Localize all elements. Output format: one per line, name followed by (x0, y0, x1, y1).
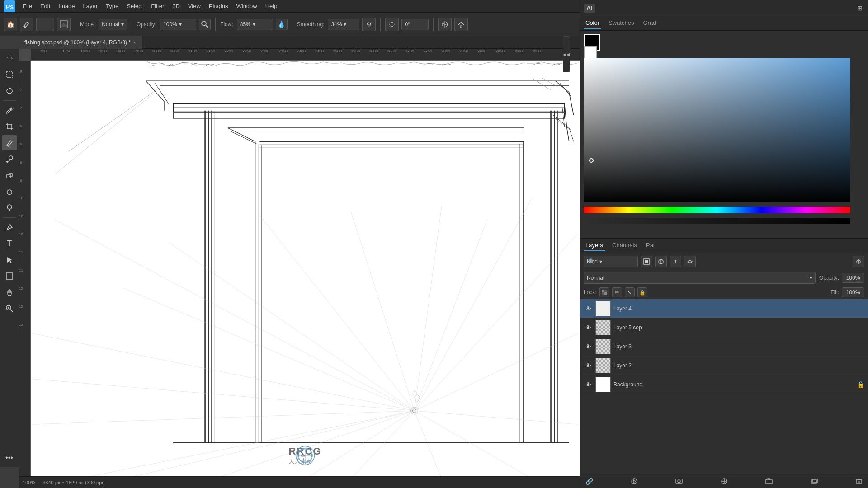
alpha-slider[interactable] (584, 218, 850, 224)
link-layers-btn[interactable]: 🔗 (584, 476, 594, 487)
menu-layer[interactable]: Layer (80, 2, 102, 10)
layer-item-background[interactable]: 👁 Background 🔒 (580, 375, 868, 394)
layer-item-2[interactable]: 👁 Layer 2 (580, 356, 868, 375)
panel-expand-btn[interactable]: ⊞ (855, 4, 864, 13)
new-group-btn[interactable] (764, 476, 774, 487)
stamp-tool[interactable] (2, 151, 17, 167)
filter-toggle[interactable] (853, 256, 864, 267)
document-tab[interactable]: fishing spot.psd @ 100% (Layer 4, RGB/8)… (19, 36, 142, 49)
menu-3d[interactable]: 3D (169, 2, 184, 10)
filter-type-btn[interactable]: T (670, 256, 681, 267)
smoothing-label: Smoothing: (297, 21, 325, 28)
svg-line-56 (415, 206, 442, 411)
layer-item-5-copy[interactable]: 👁 Layer 5 cop (580, 318, 868, 337)
layer-2-visibility[interactable]: 👁 (584, 361, 593, 370)
hue-slider[interactable] (584, 207, 850, 213)
smoothing-settings-btn[interactable]: ⚙ (362, 18, 376, 31)
svg-line-63 (415, 411, 442, 479)
panel-collapse-handle[interactable]: ◀◀ (563, 36, 570, 72)
layer-2-thumbnail (595, 358, 611, 373)
brush-size-input[interactable] (36, 18, 54, 31)
more-settings-btn[interactable] (454, 18, 468, 31)
flow-dropdown[interactable]: 85% ▾ (237, 19, 273, 30)
filter-pixel-btn[interactable] (641, 256, 652, 267)
svg-line-62 (415, 411, 533, 479)
svg-text:RR: RR (301, 454, 306, 458)
tab-layers[interactable]: Layers (584, 240, 605, 251)
fill-input[interactable] (842, 287, 864, 297)
menu-window[interactable]: Window (232, 2, 260, 10)
lock-paint-btn[interactable]: ✏ (612, 287, 622, 297)
layer-3-visibility[interactable]: 👁 (584, 342, 593, 351)
mode-dropdown[interactable]: Normal ▾ (99, 19, 127, 30)
add-mask-btn[interactable] (674, 476, 684, 487)
tab-gradient[interactable]: Grad (641, 18, 658, 29)
eraser-tool[interactable] (2, 168, 17, 183)
pen-tool[interactable] (2, 220, 17, 235)
opacity-dropdown[interactable]: 100% ▾ (160, 19, 196, 30)
menu-help[interactable]: Help (262, 2, 281, 10)
select-tool[interactable] (2, 252, 17, 267)
tab-close-btn[interactable]: × (133, 40, 136, 45)
blur-tool[interactable] (2, 184, 17, 199)
canvas-area: 700 1750 1800 1850 1900 1950 2000 2050 2… (19, 49, 580, 479)
layer-4-visibility[interactable]: 👁 (584, 304, 593, 313)
smoothing-dropdown[interactable]: 34% ▾ (328, 19, 359, 30)
zoom-tool[interactable] (2, 301, 17, 316)
lock-artboard-btn[interactable]: ⤡ (625, 287, 635, 297)
lasso-tool[interactable] (2, 83, 17, 99)
tab-color[interactable]: Color (584, 18, 601, 29)
menu-edit[interactable]: Edit (37, 2, 54, 10)
tab-paths[interactable]: Pat (644, 240, 657, 251)
background-visibility[interactable]: 👁 (584, 380, 593, 389)
canvas-drawing-area[interactable]: RR RRCG 人人素材 (31, 61, 580, 479)
tab-channels[interactable]: Channels (610, 240, 639, 251)
flow-icon[interactable]: 💧 (276, 19, 288, 30)
rectangle-tool[interactable] (2, 268, 17, 284)
divider-1 (75, 18, 75, 31)
text-tool[interactable]: T (2, 236, 17, 251)
svg-line-53 (259, 215, 414, 411)
menu-type[interactable]: Type (102, 2, 122, 10)
opacity-input[interactable] (842, 273, 864, 283)
eyedropper-tool[interactable] (2, 103, 17, 118)
lock-row: Lock: ✏ ⤡ 🔒 Fill: (580, 286, 868, 299)
menu-file[interactable]: File (19, 2, 36, 10)
move-tool[interactable] (2, 51, 17, 66)
menu-select[interactable]: Select (123, 2, 146, 10)
symmetry-btn[interactable] (438, 18, 452, 31)
blend-mode-dropdown[interactable]: Normal ▾ (584, 272, 816, 284)
fill-label: Fill: (830, 289, 839, 296)
home-button[interactable]: 🏠 (4, 18, 17, 31)
angle-input[interactable]: 0° (401, 19, 429, 30)
new-layer-btn[interactable] (809, 476, 820, 487)
menu-filter[interactable]: Filter (147, 2, 168, 10)
background-thumbnail (595, 377, 611, 392)
layer-item-4[interactable]: 👁 Layer 4 (580, 299, 868, 318)
hand-tool[interactable] (2, 285, 17, 300)
delete-layer-btn[interactable] (854, 476, 864, 487)
opacity-row: Opacity: (819, 273, 864, 283)
lock-checkerboard-btn[interactable] (599, 287, 609, 297)
layer-item-3[interactable]: 👁 Layer 3 (580, 337, 868, 356)
filter-adj-btn[interactable] (655, 256, 667, 267)
opacity-icon[interactable] (199, 19, 211, 30)
color-saturation-field[interactable] (584, 58, 850, 202)
add-style-btn[interactable]: fx (629, 476, 640, 487)
menu-plugins[interactable]: Plugins (205, 2, 232, 10)
marquee-tool[interactable] (2, 67, 17, 82)
brush-tool[interactable] (2, 135, 17, 150)
menu-view[interactable]: View (184, 2, 204, 10)
more-tools-btn[interactable]: ••• (2, 450, 17, 465)
layer-5copy-visibility[interactable]: 👁 (584, 323, 593, 332)
crop-tool[interactable] (2, 119, 17, 134)
filter-smart-btn[interactable] (684, 256, 696, 267)
menu-image[interactable]: Image (55, 2, 78, 10)
brush-tool-btn[interactable] (20, 18, 33, 31)
brush-preview-btn[interactable] (57, 18, 71, 31)
dodge-tool[interactable] (2, 200, 17, 216)
tab-swatches[interactable]: Swatches (607, 18, 636, 29)
new-fill-btn[interactable] (719, 476, 730, 487)
lock-all-btn[interactable]: 🔒 (637, 287, 647, 297)
svg-point-2 (24, 26, 26, 28)
